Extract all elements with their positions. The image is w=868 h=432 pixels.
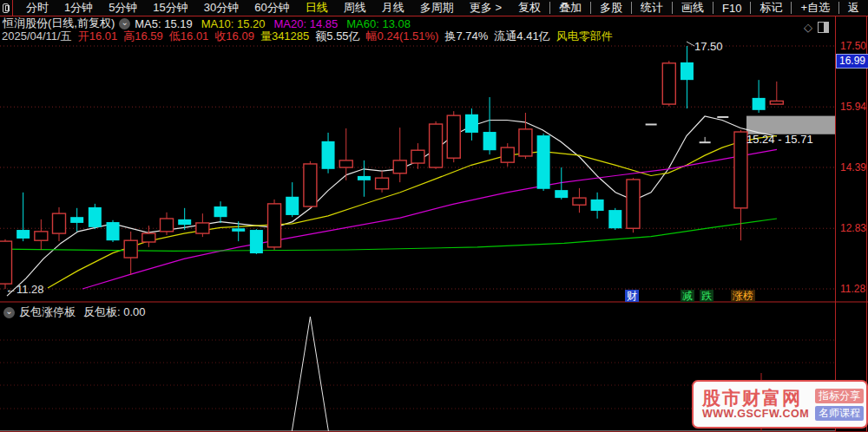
indicator-value: 反包板: 0.00 [83, 304, 146, 320]
peak-price-label: 17.50 [694, 40, 723, 53]
candle-up [430, 124, 443, 167]
candle-up [376, 178, 389, 189]
indicator-title-row: ⌄ 反包涨停板 反包板: 0.00 [3, 304, 146, 320]
candle-down [70, 217, 83, 223]
axis-marker-涨榜[interactable]: 涨榜 [731, 290, 755, 302]
candle-up [268, 204, 281, 247]
candle-down [232, 228, 245, 232]
candle-up [662, 63, 675, 104]
peak-pointer-line [687, 42, 694, 46]
candle-up [734, 132, 747, 208]
candle-down [89, 207, 102, 227]
candle-up [196, 223, 209, 233]
axis-marker-财[interactable]: 财 [625, 290, 639, 302]
candle-down [178, 219, 191, 225]
candle-down [591, 200, 604, 211]
candle-up [53, 213, 66, 233]
chevron-down-icon[interactable]: ⌄ [3, 307, 15, 318]
candle-down [250, 230, 263, 253]
candle-down [555, 190, 568, 198]
low-price-label: ←11.28 [5, 283, 44, 296]
watermark-badge-2: 名师课程 [815, 406, 864, 421]
candle-down [537, 135, 550, 189]
chart-canvas[interactable] [0, 0, 868, 432]
candle-down [16, 230, 30, 239]
axis-price-label: 17.50 [840, 40, 866, 52]
diamond-icon[interactable]: ◇ [804, 21, 812, 34]
candle-up [0, 241, 12, 284]
candle-up [393, 160, 406, 173]
candle-down [753, 98, 766, 110]
pane-corner-icons: ◇ [804, 21, 829, 34]
current-price-badge: 16.99 [836, 54, 868, 69]
candle-up [519, 129, 532, 156]
candle-up [627, 180, 640, 228]
candle-down [465, 115, 478, 133]
split-window-icon[interactable] [818, 22, 829, 33]
ma-line-MA20 [82, 149, 777, 289]
axis-marker-跌[interactable]: 跌 [700, 290, 713, 302]
candle-up [501, 147, 514, 162]
candle-down [608, 210, 621, 228]
watermark: 股市财富网 WWW.GSCFW.COM 指标分享 名师课程 [692, 380, 868, 429]
watermark-title: 股市财富网 [702, 389, 813, 408]
candle-up [35, 232, 48, 240]
candle-up [770, 101, 783, 104]
candle-down [681, 62, 694, 80]
candle-up [339, 160, 352, 167]
app-window: 分时1分钟5分钟15分钟30分钟60分钟日线周线月线多周期更多 > 复权叠加多股… [0, 0, 868, 432]
watermark-badge-1: 指标分享 [815, 389, 864, 403]
candle-up [142, 233, 155, 242]
indicator-name: 反包涨停板 [19, 304, 76, 320]
candle-up [573, 198, 586, 205]
watermark-url: WWW.GSCFW.COM [702, 408, 813, 420]
candle-down [322, 141, 335, 169]
candle-up [161, 219, 174, 232]
candle-up [124, 240, 137, 258]
highlight-band [746, 116, 835, 134]
candle-down [286, 197, 299, 215]
axis-marker-减[interactable]: 减 [681, 290, 694, 302]
signal-triangle [292, 317, 328, 431]
ma-line-MA5 [7, 116, 777, 296]
candle-down [358, 176, 371, 180]
axis-price-label: 14.39 [840, 161, 866, 173]
candle-down [214, 206, 227, 217]
axis-price-label: 11.28 [840, 283, 865, 295]
band-range-label: 15.24 - 15.71 [746, 133, 813, 146]
candle-up [411, 150, 424, 163]
candle-up [447, 115, 460, 158]
candle-down [107, 222, 120, 240]
axis-price-label: 15.94 [840, 101, 866, 113]
axis-price-label: 12.83 [840, 222, 866, 234]
candle-up [304, 164, 317, 206]
candle-down [483, 132, 496, 150]
